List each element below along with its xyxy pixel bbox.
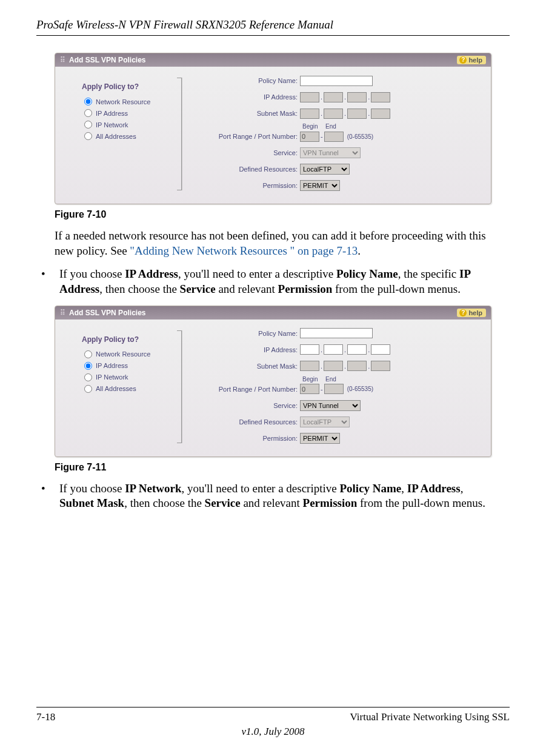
grip-icon: [60, 56, 69, 64]
ip-address-label: IP Address:: [198, 93, 300, 101]
ip-octet-input[interactable]: [300, 344, 319, 355]
ip-octet-input[interactable]: [347, 344, 367, 355]
policy-form: Policy Name: IP Address: . . . Subnet Ma…: [186, 326, 482, 448]
mask-octet-input: [324, 109, 343, 119]
ip-octet-input: [300, 92, 319, 102]
subnet-mask-label: Subnet Mask:: [198, 110, 300, 117]
radio-ip-network[interactable]: IP Network: [82, 119, 169, 130]
mask-octet-input: [300, 361, 319, 371]
radio-all-addresses[interactable]: All Addresses: [82, 383, 169, 395]
defined-resources-label: Defined Resources:: [198, 166, 300, 173]
ip-octet-input: [347, 92, 367, 102]
bracket-divider: [173, 326, 186, 448]
help-button[interactable]: help: [457, 309, 486, 317]
service-label: Service:: [198, 402, 300, 409]
apply-policy-title: Apply Policy to?: [82, 82, 169, 91]
mask-octet-input: [300, 109, 319, 119]
radio-input[interactable]: [84, 121, 92, 129]
port-range-note: (0-65535): [347, 133, 373, 140]
radio-input[interactable]: [84, 109, 92, 117]
ip-octet-input: [371, 92, 390, 102]
body-paragraph: If a needed network resource has not bee…: [55, 229, 491, 258]
ip-octet-input: [324, 92, 343, 102]
radio-all-addresses[interactable]: All Addresses: [82, 130, 169, 142]
page-footer: 7-18 Virtual Private Networking Using SS…: [36, 707, 510, 738]
policy-name-label: Policy Name:: [198, 77, 300, 84]
figure-caption: Figure 7-10: [55, 209, 491, 220]
ssl-vpn-panel: Add SSL VPN Policies help Apply Policy t…: [55, 306, 491, 457]
defined-resources-select[interactable]: LocalFTP: [300, 164, 350, 175]
bullet-item: • If you choose IP Network, you'll need …: [41, 481, 491, 511]
grip-icon: [60, 309, 69, 317]
permission-label: Permission:: [198, 435, 300, 442]
service-select: VPN Tunnel: [300, 147, 361, 158]
radio-label: IP Network: [96, 121, 128, 129]
panel-header: Add SSL VPN Policies help: [55, 306, 491, 319]
figure-7-11: Add SSL VPN Policies help Apply Policy t…: [55, 306, 491, 473]
defined-resources-select: LocalFTP: [300, 416, 350, 427]
port-end-input: [324, 132, 344, 142]
permission-select[interactable]: PERMIT: [300, 433, 340, 444]
radio-label: All Addresses: [96, 133, 136, 140]
document-header: ProSafe Wireless-N VPN Firewall SRXN3205…: [36, 18, 510, 36]
panel-title: Add SSL VPN Policies: [69, 56, 145, 64]
radio-network-resource[interactable]: Network Resource: [82, 96, 169, 107]
radio-label: IP Network: [96, 373, 128, 381]
port-range-label: Port Range / Port Number:: [198, 386, 300, 393]
mask-octet-input: [371, 109, 390, 119]
cross-reference-link[interactable]: "Adding New Network Resources " on page …: [130, 244, 358, 257]
radio-label: IP Address: [96, 110, 128, 117]
page-number: 7-18: [36, 711, 55, 723]
port-begin-input: [300, 132, 319, 142]
radio-input[interactable]: [84, 385, 92, 393]
radio-ip-network[interactable]: IP Network: [82, 372, 169, 383]
bullet-item: • If you choose IP Address, you'll need …: [41, 267, 491, 296]
panel-title: Add SSL VPN Policies: [69, 309, 145, 317]
service-select[interactable]: VPN Tunnel: [300, 400, 361, 411]
permission-select[interactable]: PERMIT: [300, 180, 340, 191]
end-label: End: [325, 376, 347, 383]
radio-label: All Addresses: [96, 385, 136, 392]
radio-label: Network Resource: [96, 98, 150, 105]
radio-ip-address[interactable]: IP Address: [82, 107, 169, 119]
radio-network-resource[interactable]: Network Resource: [82, 349, 169, 360]
bullet-marker: •: [41, 267, 59, 296]
radio-ip-address[interactable]: IP Address: [82, 360, 169, 372]
bracket-divider: [173, 73, 186, 195]
service-label: Service:: [198, 149, 300, 156]
ip-octet-input[interactable]: [371, 344, 390, 355]
mask-octet-input: [347, 361, 367, 371]
version-date: v1.0, July 2008: [36, 726, 510, 738]
radio-input[interactable]: [84, 132, 92, 140]
apply-policy-group: Apply Policy to? Network Resource IP Add…: [64, 73, 173, 195]
radio-input[interactable]: [84, 362, 92, 370]
begin-label: Begin: [302, 376, 325, 383]
end-label: End: [325, 123, 347, 130]
ip-octet-input[interactable]: [324, 344, 343, 355]
permission-label: Permission:: [198, 182, 300, 189]
help-button[interactable]: help: [457, 56, 486, 64]
mask-octet-input: [371, 361, 390, 371]
port-range-label: Port Range / Port Number:: [198, 133, 300, 140]
panel-header: Add SSL VPN Policies help: [55, 53, 491, 67]
mask-octet-input: [324, 361, 343, 371]
figure-caption: Figure 7-11: [55, 462, 491, 473]
radio-input[interactable]: [84, 350, 92, 358]
begin-label: Begin: [302, 123, 325, 130]
port-begin-input: [300, 384, 319, 394]
policy-name-input[interactable]: [300, 328, 373, 338]
apply-policy-group: Apply Policy to? Network Resource IP Add…: [64, 326, 173, 448]
mask-octet-input: [347, 109, 367, 119]
apply-policy-title: Apply Policy to?: [82, 335, 169, 344]
ssl-vpn-panel: Add SSL VPN Policies help Apply Policy t…: [55, 53, 491, 204]
policy-name-label: Policy Name:: [198, 330, 300, 337]
bullet-marker: •: [41, 481, 59, 511]
policy-name-input[interactable]: [300, 76, 373, 86]
ip-address-label: IP Address:: [198, 346, 300, 353]
policy-form: Policy Name: IP Address: . . . Subnet Ma…: [186, 73, 482, 195]
radio-input[interactable]: [84, 373, 92, 381]
port-end-input: [324, 384, 344, 394]
section-name: Virtual Private Networking Using SSL: [350, 711, 510, 723]
port-range-note: (0-65535): [347, 386, 373, 392]
radio-input[interactable]: [84, 98, 92, 105]
